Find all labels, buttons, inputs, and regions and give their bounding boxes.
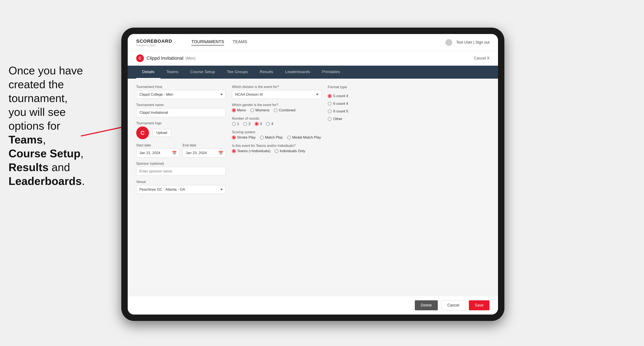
save-button[interactable]: Save <box>469 300 490 310</box>
logo-circle: C <box>136 127 149 139</box>
start-date-label: Start date <box>136 144 179 147</box>
scoring-medal-match[interactable]: Medal Match Play <box>287 135 321 140</box>
sponsor-label: Sponsor (optional) <box>136 162 226 166</box>
tabs-bar: Details Teams Course Setup Tee Groups Re… <box>128 66 498 79</box>
start-date-calendar-icon[interactable]: 📅 <box>172 151 177 155</box>
scoring-medal-radio[interactable] <box>287 136 291 139</box>
scoring-stroke[interactable]: Stroke Play <box>232 135 256 140</box>
end-date-group: End date 📅 <box>182 144 226 158</box>
cancel-top-button[interactable]: Cancel X <box>474 56 490 61</box>
cancel-button[interactable]: Cancel <box>441 300 466 310</box>
delete-button[interactable]: Delete <box>415 300 438 310</box>
gender-womens-radio[interactable] <box>250 108 254 112</box>
scoring-stroke-radio[interactable] <box>232 136 236 139</box>
tab-leaderboards[interactable]: Leaderboards <box>279 66 316 79</box>
bottom-bar: Delete Cancel Save <box>128 296 498 315</box>
rounds-3-radio[interactable] <box>255 122 258 126</box>
rounds-2-radio[interactable] <box>243 122 247 126</box>
format-6count5[interactable]: 6 count 5 <box>328 109 490 114</box>
rounds-radio-group: 1 2 3 4 <box>232 122 321 126</box>
start-date-group: Start date 📅 <box>136 144 179 158</box>
gender-mens-radio[interactable] <box>232 108 236 112</box>
gender-radio-group: Mens Womens Combined <box>232 108 321 112</box>
main-content: Tournament Host Clippd College - Men Tou… <box>128 79 498 296</box>
end-date-label: End date <box>182 144 226 147</box>
sponsor-group: Sponsor (optional) <box>136 162 226 176</box>
gender-mens[interactable]: Mens <box>232 108 246 112</box>
gender-womens[interactable]: Womens <box>250 108 270 112</box>
user-area: Test User | Sign out <box>446 39 490 46</box>
user-avatar <box>446 39 452 46</box>
tournament-name-label: Tournament name <box>136 103 226 107</box>
logo-upload-area: C Upload <box>136 127 226 139</box>
format-6count4-radio[interactable] <box>328 102 332 106</box>
venue-select[interactable]: Peachtree GC - Atlanta - GA <box>136 185 226 194</box>
sponsor-input[interactable] <box>136 167 226 176</box>
venue-group: Venue Peachtree GC - Atlanta - GA <box>136 180 226 194</box>
start-date-wrapper: 📅 <box>136 149 179 158</box>
scoring-match[interactable]: Match Play <box>260 135 283 140</box>
logo-sub: Powered by clippd <box>136 44 172 46</box>
tab-details[interactable]: Details <box>136 66 160 79</box>
end-date-wrapper: 📅 <box>182 149 226 158</box>
scoring-match-radio[interactable] <box>260 136 264 139</box>
rounds-3[interactable]: 3 <box>255 122 262 126</box>
gender-group: Which gender is the event for? Mens Wome… <box>232 103 321 112</box>
tournament-name-input[interactable] <box>136 108 226 117</box>
nav-teams[interactable]: TEAMS <box>232 39 247 45</box>
dates-row: Start date 📅 End date 📅 <box>136 144 226 158</box>
format-5count4-radio[interactable] <box>328 94 332 98</box>
rounds-4[interactable]: 4 <box>266 122 273 126</box>
team-individuals-group: Is this event for Teams and/or Individua… <box>232 144 321 153</box>
tournament-logo-group: Tournament logo C Upload <box>136 121 226 139</box>
team-radio-group: Teams (+Individuals) Individuals Only <box>232 149 321 153</box>
division-label: Which division is the event for? <box>232 85 321 89</box>
gender-label: Which gender is the event for? <box>232 103 321 107</box>
tournament-host-label: Tournament Host <box>136 85 226 89</box>
column-left: Tournament Host Clippd College - Men Tou… <box>136 85 226 290</box>
end-date-calendar-icon[interactable]: 📅 <box>218 151 223 155</box>
rounds-1-radio[interactable] <box>232 122 236 126</box>
rounds-1[interactable]: 1 <box>232 122 239 126</box>
tablet-screen: SCOREBOARD Powered by clippd TOURNAMENTS… <box>128 34 498 315</box>
tab-course-setup[interactable]: Course Setup <box>184 66 221 79</box>
tournament-logo-label: Tournament logo <box>136 121 226 125</box>
format-6count4[interactable]: 6 count 4 <box>328 102 490 106</box>
column-middle: Which division is the event for? NCAA Di… <box>232 85 321 290</box>
format-other[interactable]: Other <box>328 117 490 121</box>
rounds-2[interactable]: 2 <box>243 122 250 126</box>
format-6count5-radio[interactable] <box>328 109 332 113</box>
tablet-frame: SCOREBOARD Powered by clippd TOURNAMENTS… <box>121 28 504 321</box>
tab-tee-groups[interactable]: Tee Groups <box>221 66 254 79</box>
format-other-radio[interactable] <box>328 117 332 121</box>
tournament-host-select[interactable]: Clippd College - Men <box>136 90 226 99</box>
scoring-group: Scoring system Stroke Play Match Play <box>232 130 321 140</box>
nav-tournaments[interactable]: TOURNAMENTS <box>191 39 224 45</box>
format-5count4[interactable]: 5 count 4 <box>328 94 490 98</box>
column-right: Format type 5 count 4 6 count 4 6 count … <box>328 85 490 290</box>
tab-results[interactable]: Results <box>254 66 279 79</box>
user-info[interactable]: Test User | Sign out <box>456 40 490 45</box>
individuals-only[interactable]: Individuals Only <box>274 149 305 153</box>
tab-teams[interactable]: Teams <box>160 66 184 79</box>
tournament-title: Clippd Invitational (Men) <box>146 55 196 61</box>
scoring-label: Scoring system <box>232 130 321 134</box>
venue-label: Venue <box>136 180 226 184</box>
rounds-label: Number of rounds <box>232 117 321 121</box>
division-select[interactable]: NCAA Division III <box>232 90 321 99</box>
gender-combined-radio[interactable] <box>274 108 278 112</box>
logo-area: SCOREBOARD Powered by clippd <box>136 38 172 46</box>
team-individuals-label: Is this event for Teams and/or Individua… <box>232 144 321 148</box>
rounds-4-radio[interactable] <box>266 122 270 126</box>
tab-printables[interactable]: Printables <box>316 66 346 79</box>
division-group: Which division is the event for? NCAA Di… <box>232 85 321 99</box>
gender-combined[interactable]: Combined <box>274 108 296 112</box>
logo-text: SCOREBOARD <box>136 38 172 44</box>
upload-button[interactable]: Upload <box>152 129 171 137</box>
individuals-radio[interactable] <box>274 149 278 153</box>
teams-plus-individuals[interactable]: Teams (+Individuals) <box>232 149 270 153</box>
top-nav: SCOREBOARD Powered by clippd TOURNAMENTS… <box>128 34 498 51</box>
instructional-text: Once you have created the tournament, yo… <box>0 59 102 192</box>
rounds-group: Number of rounds 1 2 3 <box>232 117 321 126</box>
teams-radio[interactable] <box>232 149 236 153</box>
